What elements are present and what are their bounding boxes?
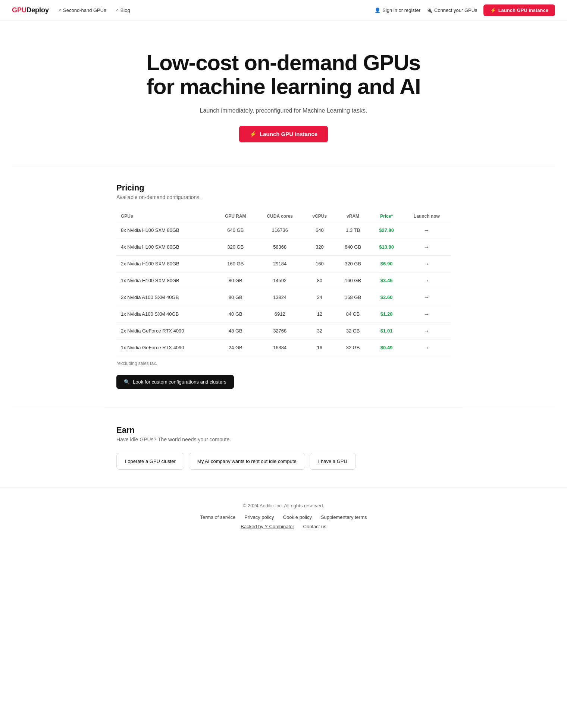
nav-blog-label: Blog <box>120 7 130 13</box>
footer-link[interactable]: Supplementary terms <box>321 514 367 520</box>
cell-gpu-ram: 640 GB <box>215 222 256 239</box>
hero-launch-btn[interactable]: ⚡ Launch GPU instance <box>239 126 328 142</box>
earn-card-button[interactable]: I operate a GPU cluster <box>116 453 184 470</box>
cell-price: $13.80 <box>370 239 403 255</box>
footer-bottom: Backed by Y CombinatorContact us <box>12 524 555 529</box>
cell-gpu-ram: 40 GB <box>215 306 256 322</box>
cell-vram: 1.3 TB <box>336 222 370 239</box>
hero-launch-label: Launch GPU instance <box>260 131 317 137</box>
cell-vram: 84 GB <box>336 306 370 322</box>
footer-bottom-link[interactable]: Backed by Y Combinator <box>241 524 294 529</box>
nav-left: GPUDeploy Second-hand GPUs Blog <box>12 6 130 14</box>
earn-card-button[interactable]: I have a GPU <box>310 453 356 470</box>
nav-signin[interactable]: 👤 Sign in or register <box>375 7 420 13</box>
cell-gpu: 8x Nvidia H100 SXM 80GB <box>116 222 215 239</box>
footer-link[interactable]: Terms of service <box>200 514 236 520</box>
cell-launch[interactable]: → <box>403 322 451 339</box>
logo[interactable]: GPUDeploy <box>12 6 49 14</box>
hero-heading: Low-cost on-demand GPUs for machine lear… <box>128 51 439 98</box>
cell-vcpus: 640 <box>304 222 336 239</box>
nav-launch-btn[interactable]: ⚡ Launch GPU instance <box>483 4 555 16</box>
earn-subtitle: Have idle GPUs? The world needs your com… <box>116 437 451 442</box>
cell-vram: 168 GB <box>336 289 370 306</box>
cell-cuda: 6912 <box>256 306 304 322</box>
footer-bottom-link[interactable]: Contact us <box>303 524 326 529</box>
cell-launch[interactable]: → <box>403 239 451 255</box>
cell-price: $0.49 <box>370 339 403 356</box>
nav-blog[interactable]: Blog <box>115 7 130 13</box>
hero-heading-line2: for machine learning and AI <box>147 74 421 98</box>
cell-vram: 320 GB <box>336 255 370 272</box>
footer-link[interactable]: Cookie policy <box>283 514 312 520</box>
cell-vram: 160 GB <box>336 272 370 289</box>
hero-subtext: Launch immediately, preconfigured for Ma… <box>128 107 439 114</box>
hero-heading-line1: Low-cost on-demand GPUs <box>147 50 420 75</box>
cell-launch[interactable]: → <box>403 255 451 272</box>
cell-vram: 32 GB <box>336 322 370 339</box>
nav-second-hand-label: Second-hand GPUs <box>63 7 106 13</box>
cell-gpu-ram: 48 GB <box>215 322 256 339</box>
cell-vcpus: 16 <box>304 339 336 356</box>
cell-gpu: 2x Nvidia A100 SXM 40GB <box>116 289 215 306</box>
launch-row-btn[interactable]: → <box>424 244 430 250</box>
user-icon: 👤 <box>375 7 380 13</box>
cell-price: $3.45 <box>370 272 403 289</box>
cell-launch[interactable]: → <box>403 339 451 356</box>
cell-launch[interactable]: → <box>403 272 451 289</box>
navbar: GPUDeploy Second-hand GPUs Blog 👤 Sign i… <box>0 0 567 21</box>
cell-vram: 640 GB <box>336 239 370 255</box>
launch-row-btn[interactable]: → <box>424 311 430 318</box>
footer: © 2024 Aedilic Inc. All rights reserved.… <box>0 488 567 541</box>
launch-row-btn[interactable]: → <box>424 294 430 301</box>
col-vcpus: vCPUs <box>304 211 336 222</box>
cell-vcpus: 12 <box>304 306 336 322</box>
cell-vcpus: 160 <box>304 255 336 272</box>
cell-cuda: 29184 <box>256 255 304 272</box>
pricing-title: Pricing <box>116 183 451 193</box>
footer-copyright: © 2024 Aedilic Inc. All rights reserved. <box>12 503 555 508</box>
footer-links: Terms of servicePrivacy policyCookie pol… <box>12 514 555 520</box>
cell-gpu: 2x Nvidia H100 SXM 80GB <box>116 255 215 272</box>
footer-link[interactable]: Privacy policy <box>244 514 274 520</box>
col-cuda: CUDA cores <box>256 211 304 222</box>
pricing-section: Pricing Available on-demand configuratio… <box>104 165 463 407</box>
cell-gpu: 1x Nvidia A100 SXM 40GB <box>116 306 215 322</box>
launch-row-btn[interactable]: → <box>424 261 430 267</box>
hero-section: Low-cost on-demand GPUs for machine lear… <box>116 21 451 165</box>
cell-launch[interactable]: → <box>403 289 451 306</box>
launch-row-btn[interactable]: → <box>424 227 430 234</box>
nav-second-hand-gpus[interactable]: Second-hand GPUs <box>58 7 106 13</box>
table-row: 4x Nvidia H100 SXM 80GB 320 GB 58368 320… <box>116 239 451 255</box>
nav-connect-label: Connect your GPUs <box>434 7 477 13</box>
table-row: 1x Nvidia H100 SXM 80GB 80 GB 14592 80 1… <box>116 272 451 289</box>
cell-vram: 32 GB <box>336 339 370 356</box>
launch-row-btn[interactable]: → <box>424 344 430 351</box>
col-launch: Launch now <box>403 211 451 222</box>
earn-title: Earn <box>116 425 451 435</box>
table-row: 2x Nvidia A100 SXM 40GB 80 GB 13824 24 1… <box>116 289 451 306</box>
table-row: 2x Nvidia GeForce RTX 4090 48 GB 32768 3… <box>116 322 451 339</box>
launch-row-btn[interactable]: → <box>424 328 430 334</box>
custom-config-button[interactable]: 🔍 Look for custom configurations and clu… <box>116 375 234 389</box>
cell-price: $6.90 <box>370 255 403 272</box>
cell-launch[interactable]: → <box>403 306 451 322</box>
cell-gpu: 4x Nvidia H100 SXM 80GB <box>116 239 215 255</box>
cell-vcpus: 24 <box>304 289 336 306</box>
pricing-footnote: *excluding sales tax. <box>116 361 451 366</box>
table-row: 1x Nvidia GeForce RTX 4090 24 GB 16384 1… <box>116 339 451 356</box>
cell-vcpus: 80 <box>304 272 336 289</box>
nav-signin-label: Sign in or register <box>382 7 420 13</box>
cell-gpu: 2x Nvidia GeForce RTX 4090 <box>116 322 215 339</box>
cell-launch[interactable]: → <box>403 222 451 239</box>
earn-cards: I operate a GPU clusterMy AI company wan… <box>116 453 451 470</box>
search-icon: 🔍 <box>124 379 130 385</box>
nav-connect-gpus[interactable]: 🔌 Connect your GPUs <box>426 7 477 13</box>
earn-card-button[interactable]: My AI company wants to rent out idle com… <box>189 453 305 470</box>
earn-section: Earn Have idle GPUs? The world needs you… <box>104 407 463 488</box>
col-gpu-ram: GPU RAM <box>215 211 256 222</box>
table-header-row: GPUs GPU RAM CUDA cores vCPUs vRAM Price… <box>116 211 451 222</box>
cell-cuda: 58368 <box>256 239 304 255</box>
gpu-icon: ⚡ <box>490 7 496 13</box>
launch-row-btn[interactable]: → <box>424 277 430 284</box>
col-gpus: GPUs <box>116 211 215 222</box>
